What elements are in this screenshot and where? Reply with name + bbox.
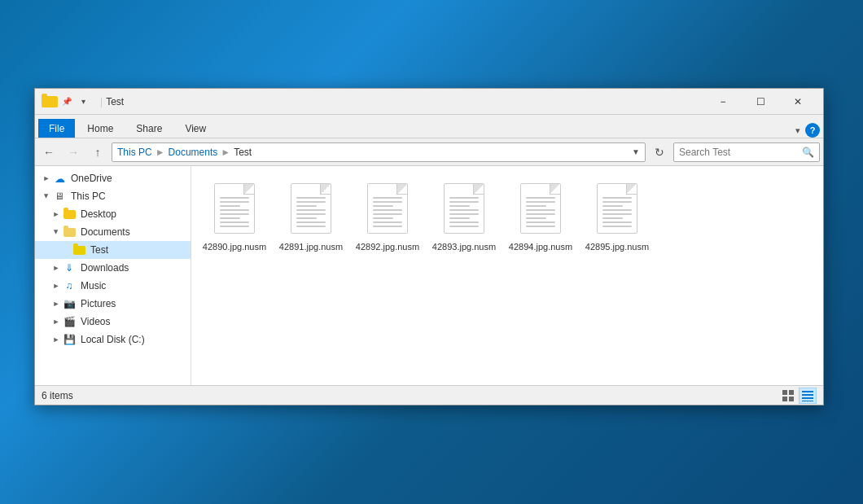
- pictures-icon: 📷: [63, 297, 76, 310]
- main-area: ► ☁ OneDrive ► 🖥 This PC ► Des: [35, 166, 823, 385]
- tab-file[interactable]: File: [38, 119, 75, 138]
- address-bar: ← → ↑ This PC ► Documents ► Test ▼ ↻ 🔍: [35, 138, 823, 166]
- expand-this-pc: ►: [42, 191, 51, 201]
- minimize-button[interactable]: −: [704, 89, 742, 115]
- sidebar-item-desktop[interactable]: ► Desktop: [35, 205, 191, 223]
- ribbon-collapse-button[interactable]: ▾: [795, 125, 800, 136]
- sidebar-item-videos[interactable]: ► 🎬 Videos: [35, 313, 191, 331]
- hdd-icon: 💾: [63, 333, 76, 346]
- sidebar-item-test[interactable]: ► Test: [35, 241, 191, 259]
- maximize-button[interactable]: ☐: [742, 89, 779, 115]
- search-submit-button[interactable]: 🔍: [801, 144, 814, 160]
- close-button[interactable]: ✕: [779, 89, 817, 115]
- breadcrumb-dropdown-arrow[interactable]: ▼: [632, 147, 640, 156]
- file-icon-wrapper: [440, 179, 488, 238]
- search-input[interactable]: [679, 147, 801, 158]
- videos-icon: 🎬: [63, 315, 76, 328]
- onedrive-icon: ☁: [53, 172, 66, 185]
- quick-pin-button[interactable]: 📌: [59, 94, 74, 109]
- file-icon-wrapper: [593, 179, 642, 238]
- file-icon-wrapper: [287, 179, 335, 238]
- sidebar-label-desktop: Desktop: [81, 208, 184, 220]
- back-button[interactable]: ←: [38, 142, 59, 162]
- svg-rect-4: [802, 391, 813, 392]
- expand-documents: ►: [51, 227, 61, 237]
- downloads-icon: ⇓: [63, 261, 76, 274]
- sidebar: ► ☁ OneDrive ► 🖥 This PC ► Des: [35, 166, 191, 385]
- search-box[interactable]: 🔍: [673, 142, 820, 162]
- sidebar-label-test: Test: [90, 244, 184, 256]
- sidebar-item-onedrive[interactable]: ► ☁ OneDrive: [35, 169, 191, 187]
- file-icon-wrapper: [210, 179, 259, 238]
- file-item-f3[interactable]: 42892.jpg.nusm: [351, 173, 424, 259]
- help-button[interactable]: ?: [805, 123, 820, 138]
- breadcrumb-bar[interactable]: This PC ► Documents ► Test ▼: [112, 142, 646, 162]
- status-bar: 6 items: [35, 385, 823, 405]
- sidebar-label-pictures: Pictures: [81, 298, 184, 309]
- breadcrumb-sep-1: ►: [156, 147, 165, 158]
- document-icon: [291, 183, 331, 234]
- pc-icon: 🖥: [53, 190, 66, 203]
- sidebar-item-local-disk[interactable]: ► 💾 Local Disk (C:): [35, 331, 191, 348]
- document-icon: [597, 183, 637, 234]
- view-toggle-buttons: [779, 388, 817, 404]
- sidebar-item-music[interactable]: ► ♫ Music: [35, 277, 191, 295]
- title-divider: |: [100, 96, 103, 107]
- file-item-f6[interactable]: 42895.jpg.nusm: [580, 173, 654, 259]
- expand-downloads: ►: [51, 263, 61, 273]
- file-item-f4[interactable]: 42893.jpg.nusm: [427, 173, 501, 259]
- file-name-f2: 42891.jpg.nusm: [279, 241, 343, 252]
- expand-desktop: ►: [51, 209, 61, 219]
- tab-view[interactable]: View: [174, 119, 217, 138]
- quick-access-toolbar: 📌 ▾: [42, 94, 90, 109]
- svg-rect-2: [782, 397, 787, 401]
- document-icon: [367, 183, 408, 234]
- file-icon-wrapper: [363, 179, 412, 238]
- forward-button[interactable]: →: [63, 142, 84, 162]
- sidebar-label-music: Music: [81, 280, 184, 291]
- file-name-f6: 42895.jpg.nusm: [585, 241, 649, 252]
- medium-icons-view-button[interactable]: [779, 388, 797, 404]
- file-name-f3: 42892.jpg.nusm: [356, 241, 419, 252]
- title-bar: 📌 ▾ | Test − ☐ ✕: [35, 89, 823, 115]
- svg-rect-1: [789, 390, 794, 395]
- up-button[interactable]: ↑: [87, 142, 108, 162]
- svg-rect-7: [802, 401, 813, 401]
- test-folder-icon: [72, 243, 85, 256]
- sidebar-label-onedrive: OneDrive: [71, 173, 184, 184]
- breadcrumb-sep-2: ►: [221, 147, 230, 158]
- expand-music: ►: [51, 281, 61, 291]
- documents-folder-icon: [63, 226, 76, 239]
- sidebar-item-documents[interactable]: ► Documents: [35, 223, 191, 241]
- sidebar-item-this-pc[interactable]: ► 🖥 This PC: [35, 187, 191, 205]
- ribbon: File Home Share View ▾ ?: [35, 115, 823, 138]
- details-view-icon: [802, 390, 813, 401]
- svg-rect-5: [802, 394, 813, 396]
- status-item-count: 6 items: [42, 390, 779, 401]
- breadcrumb-this-pc[interactable]: This PC: [117, 147, 152, 158]
- desktop-folder-icon: [63, 208, 76, 221]
- sidebar-label-local-disk: Local Disk (C:): [81, 334, 184, 345]
- refresh-button[interactable]: ↻: [649, 142, 670, 162]
- title-folder-icon: [42, 96, 58, 107]
- sidebar-item-pictures[interactable]: ► 📷 Pictures: [35, 295, 191, 313]
- medium-icons-view-icon: [782, 390, 794, 401]
- file-item-f2[interactable]: 42891.jpg.nusm: [274, 173, 348, 259]
- window-title: Test: [106, 96, 704, 107]
- sidebar-item-downloads[interactable]: ► ⇓ Downloads: [35, 259, 191, 277]
- details-view-button[interactable]: [799, 388, 817, 404]
- ribbon-tabs: File Home Share View ▾ ?: [35, 115, 823, 138]
- file-item-f5[interactable]: 42894.jpg.nusm: [504, 173, 577, 259]
- tab-home[interactable]: Home: [77, 119, 124, 138]
- expand-pictures: ►: [51, 299, 61, 309]
- quick-dropdown-button[interactable]: ▾: [76, 94, 90, 109]
- file-icon-wrapper: [516, 179, 565, 238]
- file-area: 42890.jpg.nusm42891.jpg.nusm42892.jpg.nu…: [191, 166, 823, 385]
- expand-onedrive: ►: [42, 173, 51, 183]
- expand-local-disk: ►: [51, 335, 61, 344]
- explorer-window: 📌 ▾ | Test − ☐ ✕ File Home Share View ▾ …: [34, 88, 824, 405]
- file-item-f1[interactable]: 42890.jpg.nusm: [198, 173, 271, 259]
- breadcrumb-documents[interactable]: Documents: [169, 147, 218, 158]
- tab-share[interactable]: Share: [125, 119, 173, 138]
- file-name-f4: 42893.jpg.nusm: [432, 241, 496, 252]
